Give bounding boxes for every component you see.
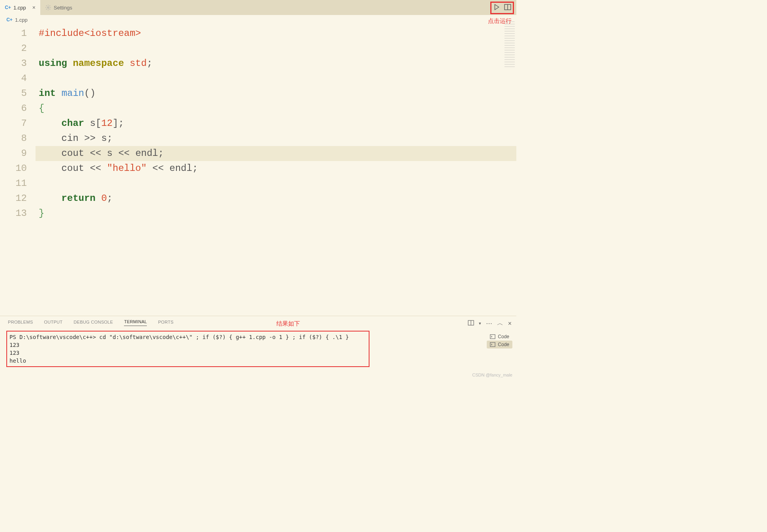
run-icon[interactable] bbox=[493, 4, 500, 12]
cpp-file-icon: C+ bbox=[6, 17, 13, 23]
panel-tab-terminal[interactable]: TERMINAL bbox=[124, 319, 147, 326]
line-gutter: 12345678910111213 bbox=[0, 26, 36, 221]
code-line[interactable] bbox=[36, 71, 516, 86]
code-line[interactable]: return 0; bbox=[36, 191, 516, 206]
line-number: 2 bbox=[0, 41, 27, 56]
code-line[interactable]: cout << s << endl; bbox=[36, 146, 516, 161]
svg-rect-7 bbox=[490, 343, 495, 347]
line-number: 12 bbox=[0, 191, 27, 206]
line-number: 8 bbox=[0, 131, 27, 146]
minimap[interactable] bbox=[504, 21, 515, 69]
breadcrumb[interactable]: C+ 1.cpp bbox=[0, 15, 516, 24]
terminal-line: hello bbox=[9, 357, 366, 365]
line-number: 9 bbox=[0, 146, 27, 161]
code-line[interactable] bbox=[36, 41, 516, 56]
svg-point-0 bbox=[47, 7, 49, 8]
code-line[interactable]: char s[12]; bbox=[36, 116, 516, 131]
panel-actions: ▾ ⋯ ︿ × bbox=[468, 319, 512, 328]
line-number: 4 bbox=[0, 71, 27, 86]
line-number: 11 bbox=[0, 176, 27, 191]
more-icon[interactable]: ⋯ bbox=[486, 320, 492, 327]
settings-icon bbox=[45, 4, 51, 11]
editor-tabs: C+ 1.cpp × Settings bbox=[0, 0, 516, 15]
terminal-line: 123 bbox=[9, 349, 366, 357]
code-line[interactable]: int main() bbox=[36, 86, 516, 101]
code-body[interactable]: #include<iostream>using namespace std;in… bbox=[36, 26, 516, 221]
panel-tab-ports[interactable]: PORTS bbox=[158, 320, 173, 326]
code-editor[interactable]: 12345678910111213 #include<iostream>usin… bbox=[0, 24, 516, 221]
chevron-up-icon[interactable]: ︿ bbox=[497, 319, 503, 328]
panel-layout-icon[interactable] bbox=[468, 320, 474, 328]
svg-marker-1 bbox=[495, 4, 499, 10]
close-panel-icon[interactable]: × bbox=[508, 320, 512, 327]
annotation-result: 结果如下 bbox=[276, 320, 300, 328]
breadcrumb-file: 1.cpp bbox=[15, 17, 28, 23]
code-line[interactable]: using namespace std; bbox=[36, 56, 516, 71]
tab-label: Settings bbox=[54, 5, 72, 11]
panel-tab-output[interactable]: OUTPUT bbox=[44, 320, 63, 326]
code-line[interactable]: #include<iostream> bbox=[36, 26, 516, 41]
line-number: 7 bbox=[0, 116, 27, 131]
code-line[interactable] bbox=[36, 176, 516, 191]
terminal-shell-item[interactable]: Code bbox=[487, 341, 512, 348]
close-icon[interactable]: × bbox=[32, 4, 36, 11]
line-number: 5 bbox=[0, 86, 27, 101]
split-editor-icon[interactable] bbox=[504, 4, 511, 12]
line-number: 1 bbox=[0, 26, 27, 41]
line-number: 10 bbox=[0, 161, 27, 176]
cpp-file-icon: C+ bbox=[5, 4, 11, 11]
terminal-line: 123 bbox=[9, 341, 366, 349]
chevron-down-icon[interactable]: ▾ bbox=[479, 321, 481, 326]
code-line[interactable]: cout << "hello" << endl; bbox=[36, 161, 516, 176]
panel-tab-problems[interactable]: PROBLEMS bbox=[8, 320, 33, 326]
code-line[interactable]: { bbox=[36, 101, 516, 116]
svg-rect-6 bbox=[490, 335, 495, 339]
terminal-shell-item[interactable]: Code bbox=[487, 333, 512, 341]
code-line[interactable]: } bbox=[36, 206, 516, 221]
bottom-panel: PROBLEMSOUTPUTDEBUG CONSOLETERMINALPORTS… bbox=[0, 316, 516, 379]
toolbar-run-group bbox=[490, 2, 514, 14]
terminal-line: PS D:\software\vscode\c++> cd "d:\softwa… bbox=[9, 333, 366, 341]
tab-label: 1.cpp bbox=[13, 5, 26, 11]
panel-tabs: PROBLEMSOUTPUTDEBUG CONSOLETERMINALPORTS bbox=[0, 316, 516, 328]
line-number: 13 bbox=[0, 206, 27, 221]
panel-tab-debug-console[interactable]: DEBUG CONSOLE bbox=[74, 320, 113, 326]
tab-1-cpp[interactable]: C+ 1.cpp × bbox=[0, 0, 40, 15]
line-number: 6 bbox=[0, 101, 27, 116]
watermark: CSDN @fancy_male bbox=[472, 373, 512, 377]
terminal-shell-list: CodeCode bbox=[487, 333, 512, 348]
terminal-output[interactable]: PS D:\software\vscode\c++> cd "d:\softwa… bbox=[6, 331, 369, 367]
code-line[interactable]: cin >> s; bbox=[36, 131, 516, 146]
line-number: 3 bbox=[0, 56, 27, 71]
tab-settings[interactable]: Settings bbox=[40, 0, 77, 15]
